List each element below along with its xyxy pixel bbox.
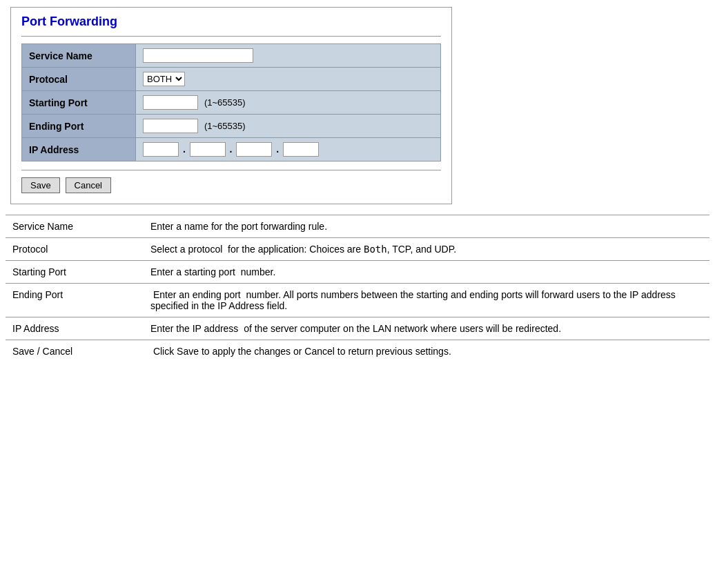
desc-row-protocol: Protocol Select a protocol for the appli… [6, 238, 709, 261]
form-table: Service Name Protocal BOTH TCP UDP Start… [21, 43, 441, 161]
ip-address-cell: . . . [136, 138, 441, 161]
desc-term-save-cancel: Save / Cancel [6, 340, 144, 363]
bottom-divider [21, 170, 441, 170]
ending-port-cell: (1~65535) [136, 115, 441, 138]
desc-def-service-name: Enter a name for the port forwarding rul… [144, 215, 709, 238]
ending-port-label: Ending Port [22, 115, 136, 138]
service-name-cell [136, 44, 441, 68]
desc-row-ip-address: IP Address Enter the IP address of the s… [6, 317, 709, 340]
desc-row-starting-port: Starting Port Enter a starting port numb… [6, 261, 709, 284]
starting-port-hint: (1~65535) [204, 97, 246, 108]
desc-term-ip-address: IP Address [6, 317, 144, 340]
protocol-row: Protocal BOTH TCP UDP [22, 68, 441, 91]
desc-def-protocol: Select a protocol for the application: C… [144, 238, 709, 261]
protocol-select[interactable]: BOTH TCP UDP [143, 72, 185, 86]
desc-term-protocol: Protocol [6, 238, 144, 261]
ending-port-row: Ending Port (1~65535) [22, 115, 441, 138]
button-row: Save Cancel [21, 177, 441, 193]
save-button[interactable]: Save [21, 177, 60, 193]
form-divider [21, 36, 441, 37]
service-name-label: Service Name [22, 44, 136, 68]
ip-octet-1[interactable] [143, 142, 179, 157]
ip-dot-3: . [276, 144, 279, 155]
service-name-row: Service Name [22, 44, 441, 68]
desc-row-save-cancel: Save / Cancel Click Save to apply the ch… [6, 340, 709, 363]
ip-octet-3[interactable] [236, 142, 272, 157]
starting-port-label: Starting Port [22, 91, 136, 115]
desc-row-service-name: Service Name Enter a name for the port f… [6, 215, 709, 238]
ending-port-hint: (1~65535) [204, 121, 246, 131]
starting-port-cell: (1~65535) [136, 91, 441, 115]
desc-term-starting-port: Starting Port [6, 261, 144, 284]
desc-def-starting-port: Enter a starting port number. [144, 261, 709, 284]
cancel-button[interactable]: Cancel [66, 177, 111, 193]
description-section: Service Name Enter a name for the port f… [6, 215, 709, 362]
ip-address-label: IP Address [22, 138, 136, 161]
protocol-label: Protocal [22, 68, 136, 91]
desc-term-ending-port: Ending Port [6, 284, 144, 317]
port-forwarding-form: Port Forwarding Service Name Protocal BO… [10, 7, 452, 204]
ip-octet-2[interactable] [190, 142, 226, 157]
ip-dot-2: . [230, 144, 233, 155]
ip-dot-1: . [183, 144, 186, 155]
ip-octet-4[interactable] [283, 142, 319, 157]
desc-row-ending-port: Ending Port Enter an ending port number.… [6, 284, 709, 317]
ending-port-input[interactable] [143, 119, 198, 133]
form-title: Port Forwarding [21, 14, 441, 29]
ip-address-row: IP Address . . . [22, 138, 441, 161]
protocol-cell: BOTH TCP UDP [136, 68, 441, 91]
service-name-input[interactable] [143, 48, 253, 63]
starting-port-row: Starting Port (1~65535) [22, 91, 441, 115]
description-table: Service Name Enter a name for the port f… [6, 215, 709, 362]
starting-port-input[interactable] [143, 95, 198, 110]
desc-term-service-name: Service Name [6, 215, 144, 238]
desc-def-save-cancel: Click Save to apply the changes or Cance… [144, 340, 709, 363]
desc-def-ip-address: Enter the IP address of the server compu… [144, 317, 709, 340]
desc-def-ending-port: Enter an ending port number. All ports n… [144, 284, 709, 317]
